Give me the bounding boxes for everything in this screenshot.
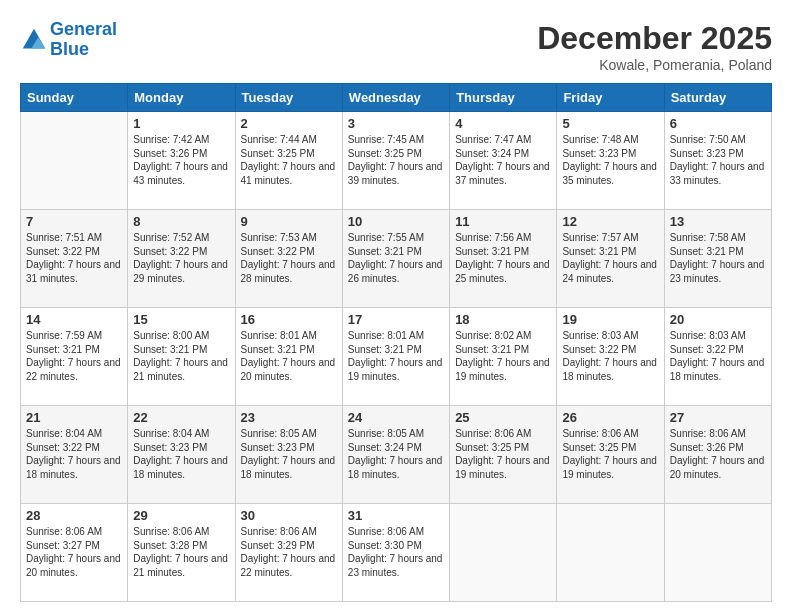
calendar-cell: 29Sunrise: 8:06 AMSunset: 3:28 PMDayligh… — [128, 504, 235, 602]
day-number: 1 — [133, 116, 229, 131]
cell-info: Sunrise: 8:06 AMSunset: 3:28 PMDaylight:… — [133, 525, 229, 579]
day-number: 27 — [670, 410, 766, 425]
day-number: 25 — [455, 410, 551, 425]
calendar-cell: 25Sunrise: 8:06 AMSunset: 3:25 PMDayligh… — [450, 406, 557, 504]
calendar-cell: 17Sunrise: 8:01 AMSunset: 3:21 PMDayligh… — [342, 308, 449, 406]
logo-icon — [20, 26, 48, 54]
calendar-cell: 15Sunrise: 8:00 AMSunset: 3:21 PMDayligh… — [128, 308, 235, 406]
cell-info: Sunrise: 8:02 AMSunset: 3:21 PMDaylight:… — [455, 329, 551, 383]
calendar-cell — [450, 504, 557, 602]
calendar-cell: 22Sunrise: 8:04 AMSunset: 3:23 PMDayligh… — [128, 406, 235, 504]
calendar-cell: 1Sunrise: 7:42 AMSunset: 3:26 PMDaylight… — [128, 112, 235, 210]
cell-info: Sunrise: 7:50 AMSunset: 3:23 PMDaylight:… — [670, 133, 766, 187]
day-number: 22 — [133, 410, 229, 425]
weekday-header-monday: Monday — [128, 84, 235, 112]
cell-info: Sunrise: 7:58 AMSunset: 3:21 PMDaylight:… — [670, 231, 766, 285]
calendar-cell: 14Sunrise: 7:59 AMSunset: 3:21 PMDayligh… — [21, 308, 128, 406]
calendar-cell: 18Sunrise: 8:02 AMSunset: 3:21 PMDayligh… — [450, 308, 557, 406]
day-number: 30 — [241, 508, 337, 523]
cell-info: Sunrise: 7:48 AMSunset: 3:23 PMDaylight:… — [562, 133, 658, 187]
cell-info: Sunrise: 8:03 AMSunset: 3:22 PMDaylight:… — [562, 329, 658, 383]
cell-info: Sunrise: 8:05 AMSunset: 3:23 PMDaylight:… — [241, 427, 337, 481]
day-number: 8 — [133, 214, 229, 229]
header: General Blue December 2025 Kowale, Pomer… — [20, 20, 772, 73]
day-number: 24 — [348, 410, 444, 425]
cell-info: Sunrise: 7:51 AMSunset: 3:22 PMDaylight:… — [26, 231, 122, 285]
calendar-cell — [664, 504, 771, 602]
day-number: 16 — [241, 312, 337, 327]
cell-info: Sunrise: 8:06 AMSunset: 3:30 PMDaylight:… — [348, 525, 444, 579]
day-number: 6 — [670, 116, 766, 131]
cell-info: Sunrise: 8:00 AMSunset: 3:21 PMDaylight:… — [133, 329, 229, 383]
weekday-header-sunday: Sunday — [21, 84, 128, 112]
calendar-cell: 12Sunrise: 7:57 AMSunset: 3:21 PMDayligh… — [557, 210, 664, 308]
calendar-cell: 31Sunrise: 8:06 AMSunset: 3:30 PMDayligh… — [342, 504, 449, 602]
cell-info: Sunrise: 7:57 AMSunset: 3:21 PMDaylight:… — [562, 231, 658, 285]
day-number: 29 — [133, 508, 229, 523]
calendar-cell — [21, 112, 128, 210]
day-number: 3 — [348, 116, 444, 131]
cell-info: Sunrise: 7:55 AMSunset: 3:21 PMDaylight:… — [348, 231, 444, 285]
calendar-cell: 11Sunrise: 7:56 AMSunset: 3:21 PMDayligh… — [450, 210, 557, 308]
day-number: 7 — [26, 214, 122, 229]
cell-info: Sunrise: 8:01 AMSunset: 3:21 PMDaylight:… — [241, 329, 337, 383]
cell-info: Sunrise: 8:03 AMSunset: 3:22 PMDaylight:… — [670, 329, 766, 383]
calendar-cell: 20Sunrise: 8:03 AMSunset: 3:22 PMDayligh… — [664, 308, 771, 406]
day-number: 9 — [241, 214, 337, 229]
calendar-cell: 8Sunrise: 7:52 AMSunset: 3:22 PMDaylight… — [128, 210, 235, 308]
calendar-cell: 7Sunrise: 7:51 AMSunset: 3:22 PMDaylight… — [21, 210, 128, 308]
day-number: 17 — [348, 312, 444, 327]
calendar-cell: 5Sunrise: 7:48 AMSunset: 3:23 PMDaylight… — [557, 112, 664, 210]
cell-info: Sunrise: 8:06 AMSunset: 3:27 PMDaylight:… — [26, 525, 122, 579]
day-number: 31 — [348, 508, 444, 523]
weekday-header-row: SundayMondayTuesdayWednesdayThursdayFrid… — [21, 84, 772, 112]
day-number: 12 — [562, 214, 658, 229]
cell-info: Sunrise: 8:05 AMSunset: 3:24 PMDaylight:… — [348, 427, 444, 481]
cell-info: Sunrise: 7:47 AMSunset: 3:24 PMDaylight:… — [455, 133, 551, 187]
calendar-cell — [557, 504, 664, 602]
cell-info: Sunrise: 8:06 AMSunset: 3:29 PMDaylight:… — [241, 525, 337, 579]
day-number: 20 — [670, 312, 766, 327]
calendar-cell: 19Sunrise: 8:03 AMSunset: 3:22 PMDayligh… — [557, 308, 664, 406]
day-number: 10 — [348, 214, 444, 229]
calendar-cell: 10Sunrise: 7:55 AMSunset: 3:21 PMDayligh… — [342, 210, 449, 308]
day-number: 19 — [562, 312, 658, 327]
day-number: 4 — [455, 116, 551, 131]
cell-info: Sunrise: 7:52 AMSunset: 3:22 PMDaylight:… — [133, 231, 229, 285]
cell-info: Sunrise: 8:04 AMSunset: 3:22 PMDaylight:… — [26, 427, 122, 481]
cell-info: Sunrise: 7:59 AMSunset: 3:21 PMDaylight:… — [26, 329, 122, 383]
calendar-cell: 4Sunrise: 7:47 AMSunset: 3:24 PMDaylight… — [450, 112, 557, 210]
weekday-header-thursday: Thursday — [450, 84, 557, 112]
location: Kowale, Pomerania, Poland — [537, 57, 772, 73]
calendar-week-row: 1Sunrise: 7:42 AMSunset: 3:26 PMDaylight… — [21, 112, 772, 210]
day-number: 23 — [241, 410, 337, 425]
calendar-cell: 3Sunrise: 7:45 AMSunset: 3:25 PMDaylight… — [342, 112, 449, 210]
day-number: 15 — [133, 312, 229, 327]
calendar-cell: 27Sunrise: 8:06 AMSunset: 3:26 PMDayligh… — [664, 406, 771, 504]
cell-info: Sunrise: 8:06 AMSunset: 3:26 PMDaylight:… — [670, 427, 766, 481]
calendar-cell: 9Sunrise: 7:53 AMSunset: 3:22 PMDaylight… — [235, 210, 342, 308]
logo: General Blue — [20, 20, 117, 60]
day-number: 18 — [455, 312, 551, 327]
cell-info: Sunrise: 8:06 AMSunset: 3:25 PMDaylight:… — [562, 427, 658, 481]
calendar-cell: 30Sunrise: 8:06 AMSunset: 3:29 PMDayligh… — [235, 504, 342, 602]
calendar-week-row: 21Sunrise: 8:04 AMSunset: 3:22 PMDayligh… — [21, 406, 772, 504]
calendar-cell: 26Sunrise: 8:06 AMSunset: 3:25 PMDayligh… — [557, 406, 664, 504]
calendar-cell: 16Sunrise: 8:01 AMSunset: 3:21 PMDayligh… — [235, 308, 342, 406]
calendar-cell: 6Sunrise: 7:50 AMSunset: 3:23 PMDaylight… — [664, 112, 771, 210]
day-number: 21 — [26, 410, 122, 425]
weekday-header-saturday: Saturday — [664, 84, 771, 112]
day-number: 11 — [455, 214, 551, 229]
calendar-cell: 23Sunrise: 8:05 AMSunset: 3:23 PMDayligh… — [235, 406, 342, 504]
calendar-week-row: 7Sunrise: 7:51 AMSunset: 3:22 PMDaylight… — [21, 210, 772, 308]
cell-info: Sunrise: 7:56 AMSunset: 3:21 PMDaylight:… — [455, 231, 551, 285]
cell-info: Sunrise: 7:45 AMSunset: 3:25 PMDaylight:… — [348, 133, 444, 187]
day-number: 5 — [562, 116, 658, 131]
cell-info: Sunrise: 7:42 AMSunset: 3:26 PMDaylight:… — [133, 133, 229, 187]
weekday-header-wednesday: Wednesday — [342, 84, 449, 112]
day-number: 14 — [26, 312, 122, 327]
weekday-header-friday: Friday — [557, 84, 664, 112]
day-number: 2 — [241, 116, 337, 131]
weekday-header-tuesday: Tuesday — [235, 84, 342, 112]
calendar-cell: 2Sunrise: 7:44 AMSunset: 3:25 PMDaylight… — [235, 112, 342, 210]
